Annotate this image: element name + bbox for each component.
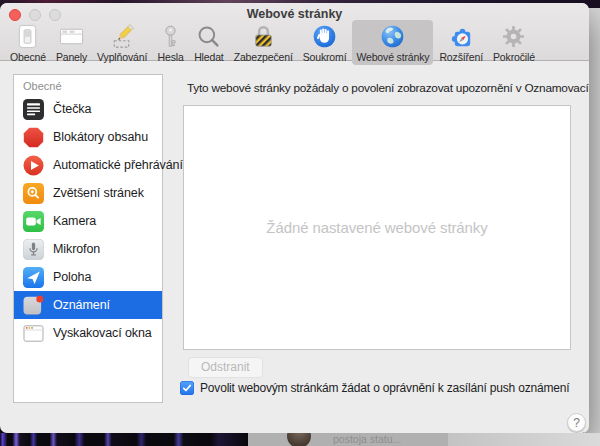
sidebar-section-header: Obecné: [14, 75, 162, 95]
window-title: Webové stránky: [0, 7, 589, 21]
remove-button[interactable]: Odstranit: [188, 357, 263, 378]
sidebar-item-label: Vyskakovací okna: [53, 326, 152, 340]
sidebar-item-camera[interactable]: Kamera: [14, 207, 162, 235]
sidebar-item-notifications[interactable]: Oznámení: [14, 291, 162, 319]
sidebar-item-label: Blokátory obsahu: [53, 130, 148, 144]
sidebar-item-label: Oznámení: [53, 298, 110, 312]
toolbar-item-websites[interactable]: Webové stránky: [352, 20, 433, 65]
sidebar-item-page-zoom[interactable]: Zvětšení stránek: [14, 179, 162, 207]
sidebar-item-label: Mikrofon: [53, 242, 100, 256]
microphone-icon: [23, 239, 44, 260]
sidebar-item-label: Poloha: [53, 270, 91, 284]
background-image-strip: [0, 433, 248, 446]
puzzle-compass-icon: [448, 23, 475, 50]
toolbar-item-tabs[interactable]: Panely: [52, 20, 91, 65]
avatar: [287, 433, 311, 446]
globe-icon: [379, 23, 406, 50]
zoom-magnifier-icon: [23, 183, 44, 204]
background-partial-text: postoja statu...: [333, 433, 401, 445]
reader-icon: [23, 99, 44, 120]
sidebar-list: ČtečkaBlokátory obsahuAutomatické přehrá…: [14, 95, 162, 347]
toolbar-item-extensions[interactable]: Rozšíření: [435, 20, 487, 65]
hand-circle-icon: [311, 23, 338, 50]
sidebar-item-autoplay[interactable]: Automatické přehrávání: [14, 151, 162, 179]
background-behind-window: postoja statu...: [0, 433, 600, 446]
title-toolbar-area: Webové stránky ObecnéPanelyVyplňováníHes…: [0, 3, 589, 61]
sidebar-item-label: Automatické přehrávání: [53, 158, 183, 172]
toolbar-item-search[interactable]: Hledat: [190, 20, 227, 65]
empty-state-text: Žádné nastavené webové stránky: [266, 219, 487, 236]
sidebar-item-label: Kamera: [53, 214, 96, 228]
toolbar-item-autofill[interactable]: Vyplňování: [93, 20, 151, 65]
toolbar-item-label: Webové stránky: [356, 51, 429, 63]
video-camera-icon: [23, 211, 44, 232]
gear-icon: [500, 23, 527, 50]
sidebar-item-reader[interactable]: Čtečka: [14, 95, 162, 123]
play-circle-icon: [23, 155, 44, 176]
toolbar-item-advanced[interactable]: Pokročilé: [489, 20, 539, 65]
toolbar-item-label: Hledat: [194, 51, 223, 63]
sidebar-item-location[interactable]: Poloha: [14, 263, 162, 291]
notification-badge-icon: [23, 295, 44, 316]
toolbar-item-label: Obecné: [10, 51, 46, 63]
toolbar-item-general[interactable]: Obecné: [6, 20, 50, 65]
toolbar-item-label: Zabezpečení: [234, 51, 293, 63]
toolbar-item-passwords[interactable]: Hesla: [153, 20, 188, 65]
sidebar-item-content-blockers[interactable]: Blokátory obsahu: [14, 123, 162, 151]
push-permission-checkbox[interactable]: [180, 381, 194, 395]
light-switch-icon: [14, 23, 41, 50]
help-button[interactable]: ?: [567, 413, 586, 432]
sidebar-item-label: Zvětšení stránek: [53, 186, 144, 200]
checkmark-icon: [182, 383, 192, 393]
notifications-heading: Tyto webové stránky požádaly o povolení …: [187, 81, 589, 95]
toolbar-item-label: Soukromí: [303, 51, 347, 63]
toolbar-item-privacy[interactable]: Soukromí: [299, 20, 351, 65]
toolbar-item-security[interactable]: Zabezpečení: [230, 20, 297, 65]
safari-preferences-window: Webové stránky ObecnéPanelyVyplňováníHes…: [0, 3, 589, 433]
location-arrow-icon: [23, 267, 44, 288]
push-permission-label: Povolit webovým stránkám žádat o oprávně…: [200, 381, 569, 395]
striped-padlock-icon: [250, 23, 277, 50]
toolbar-item-label: Hesla: [158, 51, 184, 63]
sidebar-item-label: Čtečka: [53, 102, 91, 116]
background-browser-strip: postoja statu...: [248, 433, 448, 446]
toolbar: ObecnéPanelyVyplňováníHeslaHledatZabezpe…: [5, 20, 540, 65]
toolbar-item-label: Pokročilé: [493, 51, 535, 63]
key-icon: [157, 23, 184, 50]
pencil-icon: [109, 23, 136, 50]
toolbar-item-label: Rozšíření: [439, 51, 483, 63]
websites-list-box[interactable]: Žádné nastavené webové stránky: [183, 105, 571, 350]
toolbar-item-label: Panely: [56, 51, 87, 63]
toolbar-item-label: Vyplňování: [97, 51, 147, 63]
push-permission-row: Povolit webovým stránkám žádat o oprávně…: [180, 381, 569, 395]
sidebar-item-microphone[interactable]: Mikrofon: [14, 235, 162, 263]
websites-sidebar: Obecné ČtečkaBlokátory obsahuAutomatické…: [13, 74, 163, 403]
sidebar-item-popups[interactable]: Vyskakovací okna: [14, 319, 162, 347]
stop-octagon-icon: [23, 127, 44, 148]
popup-window-icon: [23, 323, 44, 344]
magnifier-icon: [195, 23, 222, 50]
tabs-window-icon: [58, 23, 85, 50]
background-gray-strip: [448, 433, 600, 446]
